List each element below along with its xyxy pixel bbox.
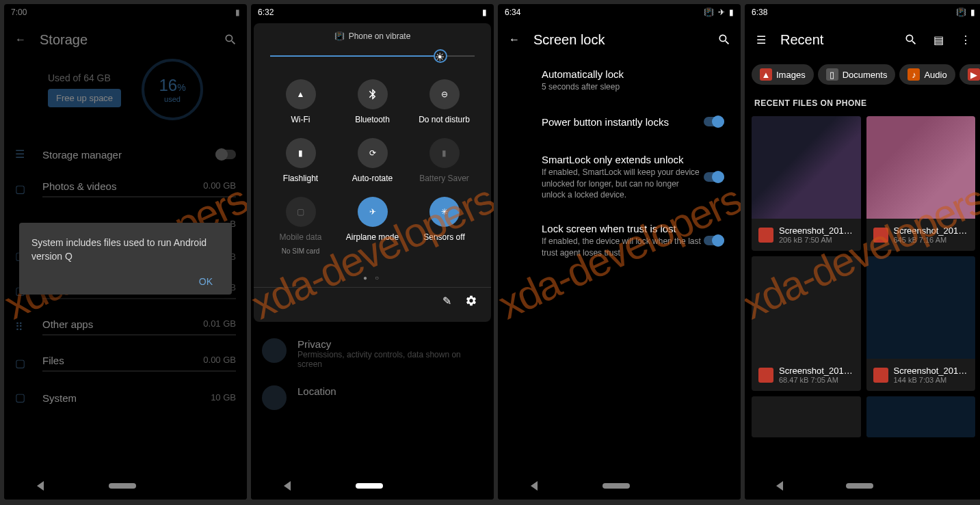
- menu-icon[interactable]: ☰: [753, 31, 769, 48]
- file-thumbnail: [866, 256, 976, 359]
- storage-manager-icon: ☰: [15, 148, 29, 161]
- qs-flashlight[interactable]: ▮Flashlight: [265, 138, 336, 183]
- qs-mobile-data[interactable]: ▢Mobile dataNo SIM card: [265, 197, 336, 255]
- audio-icon: ♪: [908, 68, 920, 81]
- settings-privacy[interactable]: PrivacyPermissions, activity controls, d…: [251, 330, 494, 377]
- airplane-icon: ✈: [358, 197, 388, 227]
- lock-item-auto[interactable]: Automatically lock5 seconds after sleep: [498, 59, 741, 103]
- nav-home[interactable]: [109, 483, 136, 489]
- lock-item-smartlock[interactable]: SmartLock only extends unlockIf enabled,…: [498, 144, 741, 213]
- search-icon[interactable]: [222, 31, 239, 48]
- qs-battery-saver[interactable]: ▮Battery Saver: [408, 138, 480, 183]
- sensors-icon: ✳: [429, 197, 460, 227]
- clock: 7:00: [11, 8, 27, 17]
- nav-back[interactable]: [776, 481, 783, 491]
- image-file-icon: [873, 228, 888, 243]
- image-icon: ▲: [760, 68, 772, 81]
- appbar: ← Storage: [4, 21, 247, 59]
- wifi-icon: ▲: [286, 79, 316, 109]
- file-card[interactable]: [752, 396, 861, 437]
- image-file-icon: [758, 228, 773, 243]
- vibrate-icon: 📳: [956, 8, 966, 17]
- battery-icon: ▮: [729, 8, 734, 17]
- vibrate-icon: 📳: [704, 8, 714, 17]
- phone-files: xda-developers 6:38 📳 ▮ ☰ Recent ▤ ⋮ ▲Im…: [745, 4, 980, 500]
- page-title: Recent: [780, 32, 892, 48]
- navbar: [498, 472, 741, 500]
- battery-icon: ▮: [482, 8, 487, 17]
- files-icon: ▢: [15, 357, 29, 370]
- chip-documents[interactable]: ▯Documents: [818, 64, 896, 85]
- statusbar: 6:34 📳 ✈ ▮: [498, 4, 741, 21]
- vibrate-status: 📳 Phone on vibrate: [254, 23, 491, 49]
- storage-item[interactable]: ▢ System10 GB: [4, 381, 247, 414]
- view-icon[interactable]: ▤: [930, 31, 946, 48]
- storage-item[interactable]: ☰ Storage manager: [4, 138, 247, 171]
- page-title: Screen lock: [533, 32, 705, 48]
- brightness-slider[interactable]: ☀: [270, 49, 475, 63]
- qs-panel: 📳 Phone on vibrate ☀ ▲Wi-Fi Bluetooth ⊖D…: [254, 23, 491, 322]
- storage-ring: 16% used: [142, 59, 203, 120]
- clock: 6:32: [258, 8, 274, 17]
- qs-dnd[interactable]: ⊖Do not disturb: [408, 79, 480, 124]
- search-icon[interactable]: [903, 31, 919, 48]
- power-lock-toggle[interactable]: [704, 117, 724, 126]
- battery-icon: ▮: [235, 8, 240, 17]
- file-thumbnail: [752, 116, 861, 219]
- flashlight-icon: ▮: [286, 138, 316, 168]
- free-space-button[interactable]: Free up space: [48, 89, 121, 107]
- appbar: ← Screen lock: [498, 21, 741, 59]
- clock: 6:38: [752, 8, 767, 17]
- nav-back[interactable]: [284, 481, 291, 491]
- document-icon: ▯: [826, 68, 838, 81]
- edit-icon[interactable]: ✎: [442, 295, 451, 310]
- back-icon[interactable]: ←: [506, 31, 522, 48]
- file-card[interactable]: Screenshot_201…206 kB 7:50 AM: [752, 116, 861, 251]
- file-card[interactable]: Screenshot_201…68.47 kB 7:05 AM: [752, 256, 861, 391]
- qs-wifi[interactable]: ▲Wi-Fi: [265, 79, 336, 124]
- nav-home[interactable]: [846, 483, 873, 489]
- file-card[interactable]: Screenshot_201…645 kB 7:16 AM: [866, 116, 976, 251]
- storage-item[interactable]: ▢ Files0.00 GB: [4, 345, 247, 381]
- navbar: [251, 472, 494, 500]
- chip-video[interactable]: ▶Vide: [959, 64, 980, 85]
- qs-sensors[interactable]: ✳Sensors off: [408, 197, 480, 255]
- privacy-icon: [262, 338, 287, 363]
- qs-bluetooth[interactable]: Bluetooth: [336, 79, 408, 124]
- back-icon[interactable]: ←: [12, 31, 29, 48]
- storage-item[interactable]: ▢ Photos & videos0.00 GB: [4, 171, 247, 207]
- dialog-message: System includes files used to run Androi…: [31, 236, 220, 263]
- storage-manager-toggle[interactable]: [215, 150, 236, 159]
- nav-back[interactable]: [37, 481, 44, 491]
- brightness-thumb[interactable]: ☀: [434, 49, 447, 63]
- trust-toggle[interactable]: [704, 236, 724, 245]
- dialog-ok-button[interactable]: OK: [192, 272, 220, 291]
- system-info-dialog: System includes files used to run Androi…: [19, 223, 232, 295]
- bluetooth-icon: [358, 79, 388, 109]
- smartlock-toggle[interactable]: [704, 172, 724, 182]
- phone-quicksettings: xda-developers 6:32 ▮ 📳 Phone on vibrate…: [251, 4, 494, 500]
- storage-item[interactable]: ⠿ Other apps0.01 GB: [4, 309, 247, 345]
- rotate-icon: ⟳: [358, 138, 388, 168]
- chip-audio[interactable]: ♪Audio: [899, 64, 955, 85]
- file-card[interactable]: Screenshot_201…144 kB 7:03 AM: [866, 256, 976, 391]
- more-icon[interactable]: ⋮: [957, 31, 974, 48]
- lock-item-power[interactable]: Power button instantly locks: [498, 103, 741, 144]
- qs-autorotate[interactable]: ⟳Auto-rotate: [336, 138, 408, 183]
- search-icon[interactable]: [716, 31, 732, 48]
- filter-chips: ▲Images ▯Documents ♪Audio ▶Vide: [745, 59, 980, 90]
- qs-airplane[interactable]: ✈Airplane mode: [336, 197, 408, 255]
- phone-screenlock: xda-developers 6:34 📳 ✈ ▮ ← Screen lock …: [498, 4, 741, 500]
- lock-item-trust[interactable]: Lock screen when trust is lostIf enabled…: [498, 213, 741, 269]
- file-card[interactable]: [866, 396, 976, 437]
- nav-home[interactable]: [602, 483, 630, 489]
- image-file-icon: [873, 368, 888, 383]
- gear-icon[interactable]: [465, 295, 477, 310]
- file-thumbnail: [752, 396, 861, 437]
- page-title: Storage: [40, 32, 211, 48]
- nav-home[interactable]: [356, 483, 383, 489]
- settings-location[interactable]: Location: [251, 377, 494, 418]
- nav-back[interactable]: [531, 481, 538, 491]
- chip-images[interactable]: ▲Images: [752, 64, 814, 85]
- file-grid: Screenshot_201…206 kB 7:50 AM Screenshot…: [745, 116, 980, 437]
